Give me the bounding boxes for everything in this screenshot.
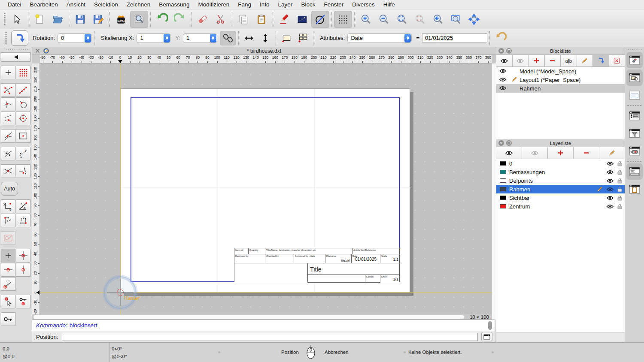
eye-icon[interactable] <box>607 187 614 192</box>
lock-icon[interactable] <box>617 161 622 166</box>
keep-proportions-button[interactable] <box>220 31 236 45</box>
zoom-in-button[interactable] <box>357 11 375 28</box>
lock-icon[interactable] <box>617 169 622 175</box>
reset-values-button[interactable] <box>492 30 509 47</box>
command-line[interactable]: Kommando: blockinsert <box>32 320 495 331</box>
distance-tool-button[interactable] <box>293 11 311 28</box>
selection-filter-toggle-button[interactable] <box>626 125 643 142</box>
snap-intersection-auto-button[interactable] <box>1 97 15 111</box>
eye-icon[interactable] <box>499 86 506 90</box>
eye-icon[interactable] <box>499 77 506 82</box>
vertical-scrollbar[interactable] <box>492 63 496 320</box>
show-all-blocks-button[interactable] <box>496 55 513 66</box>
array-insert-button[interactable] <box>295 30 311 47</box>
eye-icon[interactable] <box>499 69 506 73</box>
undo-button[interactable] <box>153 11 171 28</box>
close-panel-icon[interactable]: ✕ <box>498 48 504 54</box>
block-list-item[interactable]: Model (*Model_Space) <box>496 67 625 75</box>
edit-layer-button[interactable] <box>599 147 625 159</box>
command-line-toggle-button[interactable] <box>626 163 643 180</box>
restrict-off-button[interactable] <box>1 249 15 262</box>
block-list-item[interactable]: Layout1 (*Paper_Space) <box>496 75 625 84</box>
layer-list-toggle-button[interactable] <box>626 69 643 86</box>
menu-modifizieren[interactable]: Modifizieren <box>194 1 234 8</box>
layer-list-item[interactable]: Defpoints <box>496 176 625 185</box>
menu-fang[interactable]: Fang <box>234 1 255 8</box>
eye-icon[interactable] <box>607 161 614 166</box>
menu-block[interactable]: Block <box>297 1 319 8</box>
paste-button[interactable] <box>252 11 270 28</box>
attribute-select-stepper[interactable] <box>404 34 411 42</box>
remove-block-button[interactable] <box>545 55 561 66</box>
menu-datei[interactable]: Datei <box>3 1 26 8</box>
lock-relative-zero-button[interactable] <box>16 295 30 308</box>
eye-icon[interactable] <box>607 196 614 200</box>
restrict-orthogonal-button[interactable] <box>16 249 30 262</box>
scale-y-stepper[interactable] <box>210 34 216 42</box>
hide-all-blocks-button[interactable] <box>513 55 529 66</box>
float-panel-icon[interactable]: ❐ <box>506 48 512 54</box>
dock-drag-handle[interactable] <box>627 48 642 51</box>
snap-relative-polar-button[interactable]: 12 <box>16 214 30 227</box>
snap-point-on-circle-button[interactable] <box>16 97 30 111</box>
rotation-stepper[interactable] <box>85 34 91 42</box>
menu-hilfe[interactable]: Hilfe <box>379 1 399 8</box>
print-preview-button[interactable] <box>130 11 148 28</box>
close-panel-icon[interactable]: ✕ <box>498 140 504 146</box>
pencil-icon[interactable] <box>597 186 603 192</box>
drawing-canvas[interactable]: Raster Item ref Quantity Title/Name, des… <box>40 63 492 314</box>
clipboard-panel-toggle-button[interactable] <box>626 181 643 197</box>
lock-icon[interactable] <box>617 195 622 201</box>
snap-xy-coordinate-button[interactable]: yx <box>1 199 15 213</box>
command-scrollbar-thumb[interactable] <box>488 321 492 330</box>
save-as-button[interactable] <box>89 11 107 28</box>
block-list-item[interactable]: Rahmen <box>496 84 625 93</box>
add-block-button[interactable] <box>529 55 545 66</box>
horizontal-scrollbar[interactable]: 10 < 100 <box>32 314 492 320</box>
scale-x-stepper[interactable] <box>164 34 170 42</box>
attribute-select[interactable]: Date <box>347 33 412 43</box>
insert-block-button[interactable] <box>593 55 609 66</box>
toolbar-drag-handle[interactable] <box>3 12 6 26</box>
menu-ansicht[interactable]: Ansicht <box>62 1 90 8</box>
rename-block-button[interactable]: a|b <box>561 55 577 66</box>
restrict-vertical-button[interactable] <box>16 263 30 277</box>
snap-grid-button[interactable] <box>16 66 30 79</box>
snap-reference-button[interactable] <box>16 129 30 143</box>
layer-list-item[interactable]: Rahmen <box>496 185 625 193</box>
add-layer-button[interactable] <box>548 147 574 159</box>
eye-icon[interactable] <box>607 204 614 209</box>
menu-selektion[interactable]: Selektion <box>90 1 122 8</box>
eye-icon[interactable] <box>607 178 614 183</box>
zoom-previous-button[interactable] <box>429 11 447 28</box>
lock-tool-button[interactable] <box>1 312 15 326</box>
snap-on-entity-button[interactable] <box>16 83 30 97</box>
menu-layer[interactable]: Layer <box>274 1 297 8</box>
menu-bearbeiten[interactable]: Bearbeiten <box>26 1 62 8</box>
set-relative-zero-button[interactable] <box>1 295 15 308</box>
copy-button[interactable] <box>234 11 252 28</box>
snap-tangent-button[interactable] <box>1 129 15 143</box>
snap-back-button[interactable] <box>1 52 30 62</box>
rotation-spinbox[interactable]: 0 <box>58 33 92 43</box>
flip-vertical-button[interactable] <box>257 30 273 47</box>
pan-button[interactable] <box>465 11 483 28</box>
layer-list-item[interactable]: 0 <box>496 159 625 168</box>
block-list-toggle-button[interactable] <box>626 52 643 68</box>
block-insert-tool-button[interactable] <box>11 30 28 46</box>
lock-icon[interactable] <box>617 204 622 209</box>
snap-intersection-button[interactable] <box>1 164 15 178</box>
edit-block-button[interactable] <box>577 55 593 66</box>
horizontal-scrollbar-track[interactable] <box>33 315 465 319</box>
delete-button[interactable] <box>194 11 212 28</box>
command-window-button[interactable] <box>481 332 492 341</box>
lock-icon[interactable] <box>617 187 622 192</box>
snap-endpoints-button[interactable] <box>1 83 15 97</box>
snap-distance-12-button[interactable]: 12 <box>16 147 30 160</box>
single-insert-button[interactable] <box>278 30 295 47</box>
scale-x-spinbox[interactable]: 1 <box>137 33 171 43</box>
hide-all-layers-button[interactable] <box>522 147 548 159</box>
cut-button[interactable] <box>212 11 230 28</box>
snap-intersection-manual-button[interactable] <box>16 164 30 178</box>
property-editor-toggle-button[interactable] <box>626 87 643 103</box>
